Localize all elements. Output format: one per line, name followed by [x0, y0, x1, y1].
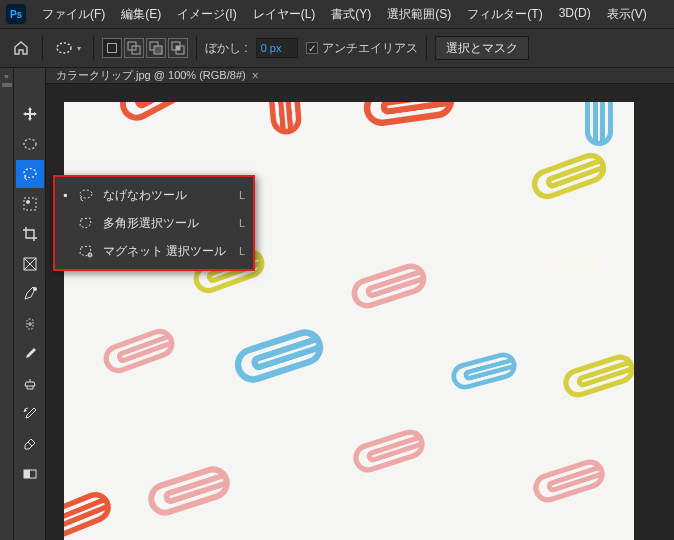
menu-item[interactable]: レイヤー(L) — [245, 1, 324, 28]
svg-rect-7 — [176, 46, 180, 50]
selection-mode-group — [102, 38, 188, 58]
paperclip-image-element — [64, 487, 115, 540]
paperclip-image-element — [265, 102, 302, 136]
feather-label: ぼかし : — [205, 40, 248, 57]
selection-new-button[interactable] — [102, 38, 122, 58]
healing-brush-tool[interactable] — [16, 310, 44, 338]
flyout-item-label: なげなわツール — [103, 187, 231, 204]
frame-tool[interactable] — [16, 250, 44, 278]
paperclip-image-element — [99, 325, 178, 378]
paperclip-image-element — [585, 102, 613, 146]
paperclip-image-element — [114, 102, 204, 127]
paperclip-image-element — [350, 426, 429, 477]
svg-point-15 — [33, 287, 37, 291]
antialias-label: アンチエイリアス — [322, 40, 418, 57]
canvas-area — [46, 84, 674, 540]
document-tab-title: カラークリップ.jpg @ 100% (RGB/8#) — [56, 68, 246, 83]
paperclip-image-element — [528, 148, 611, 203]
paperclip-image-element — [530, 456, 609, 507]
paperclip-image-element — [348, 259, 431, 312]
flyout-item-label: マグネット 選択ツール — [103, 243, 231, 260]
menu-item[interactable]: ファイル(F) — [34, 1, 113, 28]
flyout-item-label: 多角形選択ツール — [103, 215, 231, 232]
paperclip-image-element — [448, 350, 519, 393]
crop-tool[interactable] — [16, 220, 44, 248]
svg-point-0 — [57, 43, 71, 53]
eraser-tool[interactable] — [16, 430, 44, 458]
menu-item[interactable]: フィルター(T) — [459, 1, 550, 28]
menu-item[interactable]: 表示(V) — [599, 1, 655, 28]
tool-icon — [77, 216, 95, 230]
lasso-tool-flyout: ▪なげなわツールL多角形選択ツールLマグネット 選択ツールL — [53, 175, 255, 271]
expand-panel-icon[interactable]: » — [4, 72, 8, 81]
history-brush-tool[interactable] — [16, 400, 44, 428]
antialias-checkbox[interactable] — [306, 42, 318, 54]
paperclip-image-element — [144, 462, 234, 520]
brush-tool[interactable] — [16, 340, 44, 368]
toolbox — [14, 68, 46, 540]
menu-item[interactable]: 選択範囲(S) — [379, 1, 459, 28]
document-tab[interactable]: カラークリップ.jpg @ 100% (RGB/8#) × — [46, 68, 674, 84]
paperclip-image-element — [361, 102, 456, 128]
close-tab-icon[interactable]: × — [252, 69, 259, 83]
svg-point-11 — [26, 200, 30, 204]
clone-stamp-tool[interactable] — [16, 370, 44, 398]
flyout-item-shortcut: L — [239, 189, 245, 201]
lasso-tool[interactable] — [16, 160, 44, 188]
flyout-item[interactable]: ▪なげなわツールL — [55, 181, 253, 209]
svg-rect-10 — [24, 198, 36, 210]
menu-item[interactable]: 書式(Y) — [323, 1, 379, 28]
active-marker-icon: ▪ — [63, 188, 69, 202]
gradient-tool[interactable] — [16, 460, 44, 488]
menu-item[interactable]: イメージ(I) — [169, 1, 244, 28]
select-and-mask-button[interactable]: 選択とマスク — [435, 36, 529, 60]
selection-add-button[interactable] — [124, 38, 144, 58]
feather-input[interactable] — [256, 38, 298, 58]
eyedropper-tool[interactable] — [16, 280, 44, 308]
tool-icon — [77, 188, 95, 202]
flyout-item-shortcut: L — [239, 245, 245, 257]
options-bar: ▾ ぼかし : アンチエイリアス 選択とマスク — [0, 28, 674, 68]
flyout-item[interactable]: 多角形選択ツールL — [55, 209, 253, 237]
menu-item[interactable]: 3D(D) — [551, 1, 599, 28]
svg-point-22 — [80, 190, 92, 198]
paperclip-image-element — [531, 242, 606, 290]
document-image[interactable] — [64, 102, 634, 540]
svg-point-9 — [24, 169, 36, 178]
menubar: Ps ファイル(F)編集(E)イメージ(I)レイヤー(L)書式(Y)選択範囲(S… — [0, 0, 674, 28]
marquee-tool[interactable] — [16, 130, 44, 158]
home-button[interactable] — [8, 35, 34, 61]
panel-grip-icon — [2, 83, 12, 87]
selection-subtract-button[interactable] — [146, 38, 166, 58]
flyout-item[interactable]: マグネット 選択ツールL — [55, 237, 253, 265]
svg-line-19 — [28, 442, 32, 446]
svg-point-8 — [24, 139, 36, 149]
svg-rect-4 — [154, 46, 162, 54]
quick-selection-tool[interactable] — [16, 190, 44, 218]
svg-rect-21 — [24, 470, 30, 478]
selection-intersect-button[interactable] — [168, 38, 188, 58]
collapsed-panel-strip[interactable]: » — [0, 68, 14, 540]
flyout-item-shortcut: L — [239, 217, 245, 229]
ps-logo-icon: Ps — [6, 4, 26, 24]
tool-icon — [77, 244, 95, 258]
move-tool[interactable] — [16, 100, 44, 128]
tool-preset-dropdown[interactable]: ▾ — [51, 35, 85, 61]
menu-item[interactable]: 編集(E) — [113, 1, 169, 28]
paperclip-image-element — [230, 325, 328, 388]
paperclip-image-element — [560, 351, 634, 402]
